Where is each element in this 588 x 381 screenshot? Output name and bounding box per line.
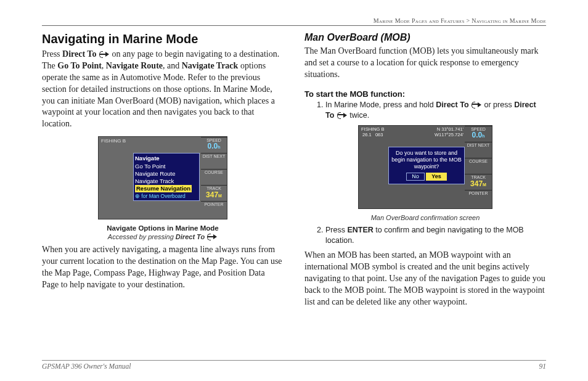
- mob-steps: In Marine Mode, press and hold Direct To…: [304, 100, 546, 121]
- direct-to-icon: [99, 51, 110, 57]
- direct-to-icon: [206, 234, 218, 240]
- figure-navigate-options: FISHING B SPEED0.0h DIST NEXT COURSE TRA…: [42, 136, 284, 240]
- breadcrumb-page: Navigating in Marine Mode: [472, 17, 546, 24]
- heading-navigating: Navigating in Marine Mode: [42, 32, 284, 46]
- scr1-popup-item: Navigate Route: [135, 170, 198, 178]
- scr1-popup-selected: Resume Navigation: [135, 185, 192, 192]
- scr1-popup: Navigate Go To Point Navigate Route Navi…: [133, 153, 200, 201]
- figure-caption-mob: Man OverBoard confirmation screen: [304, 214, 546, 221]
- breadcrumb: Marine Mode Pages and Features > Navigat…: [42, 17, 546, 24]
- para-mob-intro: The Man OverBoard function (MOB) lets yo…: [304, 46, 546, 81]
- scr2-yes-button: Yes: [426, 173, 447, 181]
- footer: GPSMAP 396 Owner's Manual 91: [42, 360, 546, 370]
- direct-to-icon: [471, 102, 482, 108]
- scr1-right-data: SPEED0.0h DIST NEXT COURSE TRACK347M POI…: [201, 137, 227, 219]
- breadcrumb-section: Marine Mode Pages and Features: [374, 17, 465, 24]
- direct-to-icon: [337, 112, 348, 118]
- mob-step-2: Press ENTER to confirm and begin navigat…: [325, 225, 546, 246]
- scr1-title: FISHING B: [101, 138, 126, 144]
- scr1-popup-title: Navigate: [135, 155, 198, 162]
- scr2-right-data: SPEED0.0h DIST NEXT COURSE TRACK347M POI…: [465, 126, 492, 208]
- mob-steps-cont: Press ENTER to confirm and begin navigat…: [304, 225, 546, 246]
- heading-start-mob: To start the MOB function:: [304, 89, 546, 99]
- scr2-top: FISHING B 26.1 063 N 33°01.741' W117°25.…: [361, 126, 463, 137]
- figure-mob-confirm: FISHING B 26.1 063 N 33°01.741' W117°25.…: [304, 125, 546, 221]
- para-mob-after: When an MOB has been started, an MOB way…: [304, 250, 546, 308]
- figure-caption-2: Accessed by pressing Direct To: [42, 233, 284, 240]
- screenshot-mob-confirm: FISHING B 26.1 063 N 33°01.741' W117°25.…: [358, 125, 492, 209]
- scr1-popup-item: Navigate Track: [135, 178, 198, 185]
- screenshot-navigate-options: FISHING B SPEED0.0h DIST NEXT COURSE TRA…: [98, 136, 227, 219]
- heading-mob: Man OverBoard (MOB): [304, 32, 546, 43]
- scr2-dialog-msg: Do you want to store and begin navigatio…: [391, 150, 462, 170]
- left-column: Navigating in Marine Mode Press Direct T…: [42, 32, 284, 314]
- header-rule: [42, 25, 546, 26]
- footer-page-number: 91: [539, 363, 547, 370]
- mob-step-1: In Marine Mode, press and hold Direct To…: [325, 100, 546, 121]
- scr1-popup-hint: ⊕ for Man Overboard: [135, 193, 198, 200]
- footer-manual-title: GPSMAP 396 Owner's Manual: [42, 363, 131, 370]
- scr2-no-button: No: [406, 173, 425, 181]
- breadcrumb-sep: >: [466, 17, 470, 24]
- para-active-nav: When you are actively navigating, a mage…: [42, 244, 284, 291]
- scr1-popup-item: Go To Point: [135, 163, 198, 170]
- right-column: Man OverBoard (MOB) The Man OverBoard fu…: [304, 32, 546, 314]
- para-intro: Press Direct To on any page to begin nav…: [42, 49, 284, 130]
- scr2-dialog: Do you want to store and begin navigatio…: [388, 147, 465, 184]
- figure-caption-1: Navigate Options in Marine Mode: [42, 224, 284, 232]
